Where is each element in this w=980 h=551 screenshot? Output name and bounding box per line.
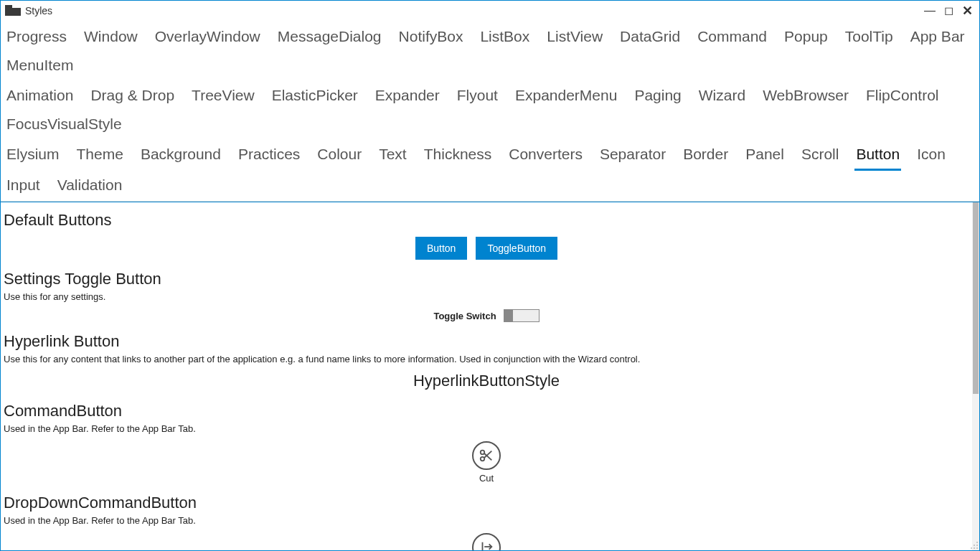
close-button[interactable]: ✕ xyxy=(958,1,976,20)
tab-paging[interactable]: Paging xyxy=(633,83,682,110)
scrollbar-thumb[interactable] xyxy=(973,202,979,394)
scissors-icon xyxy=(472,441,501,470)
tab-animation[interactable]: Animation xyxy=(5,83,75,110)
desc-dropdown-command-button: Used in the App Bar. Refer to the App Ba… xyxy=(4,515,969,526)
desc-hyperlink-button: Use this for any content that links to a… xyxy=(4,354,969,364)
tab-datagrid[interactable]: DataGrid xyxy=(618,24,682,51)
desc-settings-toggle: Use this for any settings. xyxy=(4,291,969,302)
tab-app-bar[interactable]: App Bar xyxy=(909,24,966,51)
command-button-cut[interactable]: Cut xyxy=(4,441,969,484)
toggle-switch[interactable] xyxy=(504,309,540,322)
tab-panel[interactable]: Panel xyxy=(744,141,786,171)
tab-expandermenu[interactable]: ExpanderMenu xyxy=(514,83,618,110)
tab-flyout[interactable]: Flyout xyxy=(456,83,499,110)
tab-scroll[interactable]: Scroll xyxy=(800,141,841,171)
folder-icon xyxy=(5,5,21,17)
tab-practices[interactable]: Practices xyxy=(237,141,301,171)
heading-dropdown-command-button: DropDownCommandButton xyxy=(4,494,969,512)
tab-window[interactable]: Window xyxy=(83,24,139,51)
titlebar[interactable]: Styles — ◻ ✕ xyxy=(1,1,979,21)
tab-menuitem[interactable]: MenuItem xyxy=(5,52,75,80)
maximize-button[interactable]: ◻ xyxy=(939,1,958,20)
heading-command-button: CommandButton xyxy=(4,402,969,420)
window-title: Styles xyxy=(25,5,52,17)
desc-command-button: Used in the App Bar. Refer to the App Ba… xyxy=(4,423,969,434)
tab-validation[interactable]: Validation xyxy=(56,172,124,199)
tab-focusvisualstyle[interactable]: FocusVisualStyle xyxy=(5,111,123,138)
toggle-knob xyxy=(504,310,513,321)
tab-popup[interactable]: Popup xyxy=(783,24,829,51)
tab-command[interactable]: Command xyxy=(696,24,768,51)
tab-icon[interactable]: Icon xyxy=(915,141,947,171)
tab-tooltip[interactable]: ToolTip xyxy=(844,24,895,51)
content-area: Default Buttons Button ToggleButton Sett… xyxy=(1,202,979,550)
tab-overlaywindow[interactable]: OverlayWindow xyxy=(154,24,262,51)
tab-webbrowser[interactable]: WebBrowser xyxy=(761,83,850,110)
tab-listbox[interactable]: ListBox xyxy=(479,24,531,51)
tab-expander[interactable]: Expander xyxy=(374,83,441,110)
hyperlink-button-style-link[interactable]: HyperlinkButtonStyle xyxy=(4,372,969,390)
tab-theme[interactable]: Theme xyxy=(75,141,125,171)
toggle-button-default[interactable]: ToggleButton xyxy=(476,237,557,260)
tab-wizard[interactable]: Wizard xyxy=(697,83,747,110)
vertical-scrollbar[interactable] xyxy=(972,202,979,550)
dropdown-command-button-export[interactable]: Export xyxy=(4,533,969,550)
tab-text[interactable]: Text xyxy=(377,141,408,171)
toggle-switch-row: Toggle Switch xyxy=(4,309,969,322)
tab-strip: ProgressWindowOverlayWindowMessageDialog… xyxy=(1,21,979,202)
content-scroll: Default Buttons Button ToggleButton Sett… xyxy=(1,202,972,550)
heading-settings-toggle: Settings Toggle Button xyxy=(4,270,969,288)
toggle-switch-label: Toggle Switch xyxy=(433,311,496,321)
button-default[interactable]: Button xyxy=(415,237,467,260)
tab-background[interactable]: Background xyxy=(139,141,222,171)
default-buttons-row: Button ToggleButton xyxy=(4,237,969,260)
tab-thickness[interactable]: Thickness xyxy=(423,141,494,171)
tab-elasticpicker[interactable]: ElasticPicker xyxy=(270,83,359,110)
tab-separator[interactable]: Separator xyxy=(598,141,667,171)
resize-grip-icon[interactable] xyxy=(970,541,979,550)
heading-hyperlink-button: Hyperlink Button xyxy=(4,332,969,351)
tab-treeview[interactable]: TreeView xyxy=(190,83,256,110)
tab-listview[interactable]: ListView xyxy=(545,24,604,51)
minimize-button[interactable]: — xyxy=(920,1,939,20)
tab-flipcontrol[interactable]: FlipControl xyxy=(864,83,941,110)
tab-elysium[interactable]: Elysium xyxy=(5,141,61,171)
heading-default-buttons: Default Buttons xyxy=(4,211,969,230)
tab-progress[interactable]: Progress xyxy=(5,24,68,51)
tab-colour[interactable]: Colour xyxy=(316,141,363,171)
tab-converters[interactable]: Converters xyxy=(507,141,584,171)
command-button-cut-label: Cut xyxy=(479,473,494,484)
export-icon xyxy=(472,533,501,550)
window: Styles — ◻ ✕ ProgressWindowOverlayWindow… xyxy=(0,0,980,551)
tab-messagedialog[interactable]: MessageDialog xyxy=(276,24,383,51)
tab-border[interactable]: Border xyxy=(682,141,730,171)
tab-drag-drop[interactable]: Drag & Drop xyxy=(89,83,176,110)
tab-button[interactable]: Button xyxy=(854,141,901,171)
tab-notifybox[interactable]: NotifyBox xyxy=(397,24,465,51)
tab-input[interactable]: Input xyxy=(5,172,42,199)
